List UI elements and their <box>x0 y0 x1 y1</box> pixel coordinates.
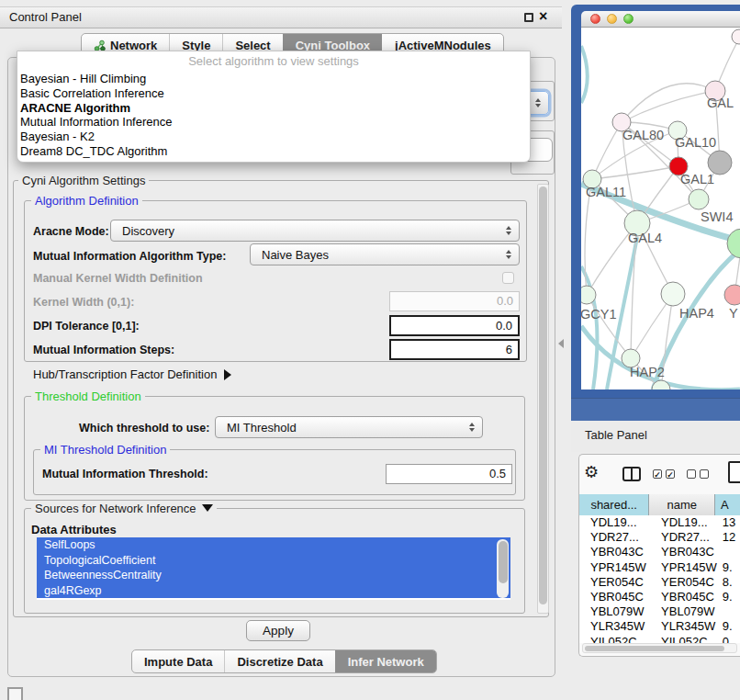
panel-splitter-icon[interactable] <box>558 339 564 348</box>
column-header-name[interactable]: name <box>649 494 715 515</box>
zoom-window-icon[interactable] <box>623 14 633 24</box>
sources-title: Sources for Network Inference <box>35 502 196 515</box>
algorithm-option-mutual-information-inference[interactable]: Mutual Information Inference <box>19 115 528 130</box>
data-attributes-list[interactable]: SelfLoopsTopologicalCoefficientBetweenne… <box>37 537 510 600</box>
table-cell <box>721 604 740 619</box>
settings-scrollbar[interactable] <box>537 184 549 614</box>
table-header[interactable]: shared...nameA <box>579 494 740 515</box>
attribute-item-gal4rgexp[interactable]: gal4RGexp <box>37 583 510 599</box>
algorithm-option-basic-correlation-inference[interactable]: Basic Correlation Inference <box>19 86 528 101</box>
network-node[interactable] <box>724 285 740 305</box>
algorithm-option-bayesian-hill-climbing[interactable]: Bayesian - Hill Climbing <box>19 72 528 86</box>
network-node[interactable] <box>732 29 740 44</box>
column-header-shared[interactable]: shared... <box>579 494 649 515</box>
node-label-gal10: GAL10 <box>675 135 716 150</box>
stepper-icon <box>506 250 511 259</box>
close-panel-icon[interactable]: × <box>539 6 547 28</box>
table-cell: YBL079W <box>654 604 721 619</box>
split-panel-icon[interactable] <box>622 467 641 481</box>
table-row[interactable]: YPR145WYPR145W9. <box>579 560 740 575</box>
node-label-hap2: HAP2 <box>630 365 665 379</box>
close-window-icon[interactable] <box>590 14 600 24</box>
select-all-checkbox-icon[interactable]: ✓ <box>666 469 675 479</box>
table-cell: 8. <box>721 575 740 590</box>
select-all-checkbox-icon[interactable]: ✓ <box>653 469 662 479</box>
tab-infer-network[interactable]: Infer Network <box>335 650 436 672</box>
table-cell: 9. <box>721 590 740 604</box>
deselect-all-checkbox-icon[interactable] <box>700 469 709 479</box>
table-cell: YDR27... <box>579 530 654 545</box>
hub-definition-toggle[interactable]: Hub/Transcription Factor Definition <box>33 367 231 381</box>
network-node[interactable] <box>727 229 740 258</box>
column-header-a[interactable]: A <box>715 494 740 515</box>
table-row[interactable]: YER054CYER054C8. <box>579 575 740 590</box>
network-edge[interactable] <box>592 166 678 179</box>
table-cell: YIL052C <box>654 635 721 644</box>
table-cell: 0. <box>721 635 740 644</box>
network-node[interactable] <box>661 282 685 306</box>
algorithm-option-aracne-algorithm[interactable]: ARACNE Algorithm <box>19 101 528 116</box>
table-cell: YBR043C <box>654 545 721 559</box>
network-node[interactable] <box>689 189 709 209</box>
table-cell: YIL052C <box>579 635 654 644</box>
collapsed-arrow-icon <box>224 369 231 380</box>
node-label-gal1: GAL1 <box>680 172 714 186</box>
docked-panel-icon[interactable] <box>7 687 23 700</box>
manual-kernel-width-checkbox[interactable] <box>502 272 514 284</box>
table-body[interactable]: YDL19...YDL19...13YDR27...YDR27...12YBR0… <box>579 515 740 643</box>
table-cell: YER054C <box>579 575 654 590</box>
export-table-icon[interactable] <box>728 461 740 483</box>
which-threshold-value: MI Threshold <box>227 421 297 435</box>
attributes-scrollbar[interactable] <box>497 539 509 598</box>
tab-discretize-data[interactable]: Discretize Data <box>224 650 334 672</box>
control-panel-title: Control Panel <box>9 7 82 28</box>
algorithm-option-dream8-dc-tdc-algorithm[interactable]: Dream8 DC_TDC Algorithm <box>19 144 528 159</box>
node-label-hap4: HAP4 <box>679 306 714 321</box>
float-panel-icon[interactable] <box>524 13 533 22</box>
hub-definition-label: Hub/Transcription Factor Definition <box>33 367 217 381</box>
apply-button[interactable]: Apply <box>246 620 310 641</box>
which-threshold-select[interactable]: MI Threshold <box>215 416 483 438</box>
attribute-item-selfloops[interactable]: SelfLoops <box>37 537 510 553</box>
attribute-item-topologicalcoefficient[interactable]: TopologicalCoefficient <box>37 553 510 569</box>
table-cell: YDL19... <box>579 515 654 530</box>
algorithm-option-bayesian-k2[interactable]: Bayesian - K2 <box>19 130 528 144</box>
attribute-item-betweennesscentrality[interactable]: BetweennessCentrality <box>37 568 510 583</box>
kernel-width-label: Kernel Width (0,1): <box>33 296 134 309</box>
minimize-window-icon[interactable] <box>607 14 617 24</box>
deselect-all-checkbox-icon[interactable] <box>687 469 696 479</box>
mi-algorithm-type-select[interactable]: Naive Bayes <box>250 243 520 265</box>
network-edge[interactable] <box>581 46 588 103</box>
table-cell: 9. <box>721 560 740 575</box>
table-cell: 12 <box>721 530 740 545</box>
table-row[interactable]: YBR043CYBR043C <box>579 545 740 559</box>
node-label-gal80: GAL80 <box>622 128 664 142</box>
mi-steps-input[interactable]: 6 <box>389 339 520 360</box>
table-hscrollbar[interactable] <box>582 643 737 653</box>
cyni-settings-title: Cyni Algorithm Settings <box>18 174 149 187</box>
table-row[interactable]: YDR27...YDR27...12 <box>579 530 740 545</box>
mi-threshold-input[interactable]: 0.5 <box>386 464 512 484</box>
dpi-tolerance-input[interactable]: 0.0 <box>389 315 520 336</box>
data-attributes-label: Data Attributes <box>31 523 117 536</box>
network-node[interactable] <box>581 286 596 304</box>
table-row[interactable]: YBR045CYBR045C9. <box>579 590 740 604</box>
threshold-definition-title: Threshold Definition <box>31 390 145 403</box>
tab-impute-data[interactable]: Impute Data <box>132 650 224 672</box>
sources-toggle[interactable]: Sources for Network Inference <box>31 502 217 515</box>
table-settings-gear-icon[interactable]: ⚙ <box>584 463 599 481</box>
table-row[interactable]: YDL19...YDL19...13 <box>579 515 740 530</box>
algorithm-popup: Select algorithm to view settings Bayesi… <box>17 51 531 163</box>
node-label-gal: GAL <box>707 96 734 110</box>
node-label-swi4: SWI4 <box>701 209 733 224</box>
network-view[interactable]: GALGAL80GAL10GAL1GAL11SWI4GAL4GCY1HAP4YH… <box>581 28 740 390</box>
network-window-titlebar[interactable] <box>581 11 740 28</box>
kernel-width-input[interactable]: 0.0 <box>389 291 520 311</box>
table-cell: YBR045C <box>654 590 721 604</box>
table-row[interactable]: YBL079WYBL079W <box>579 604 740 619</box>
aracne-mode-select[interactable]: Discovery <box>110 220 520 242</box>
table-row[interactable]: YIL052CYIL052C0. <box>579 635 740 644</box>
control-panel-titlebar <box>0 6 562 28</box>
table-row[interactable]: YLR345WYLR345W9. <box>579 619 740 634</box>
node-label-y: Y <box>729 306 738 321</box>
